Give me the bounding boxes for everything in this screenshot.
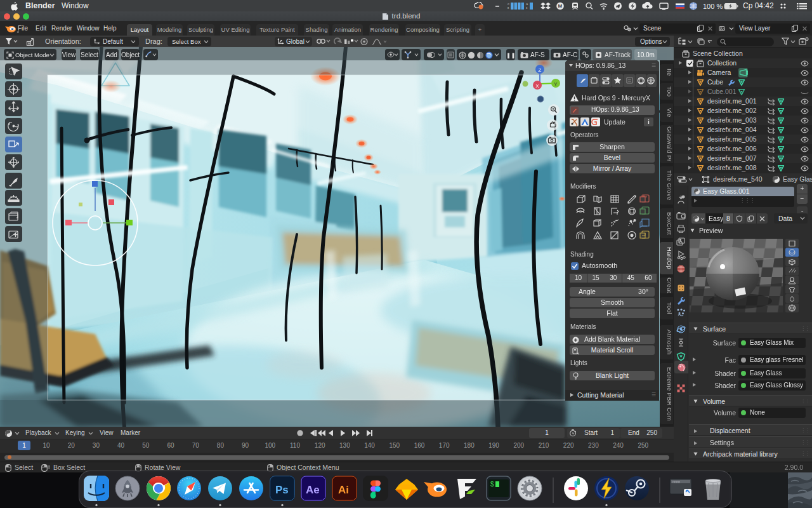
- svg-text:$: $: [490, 481, 494, 488]
- svg-text:100 %: 100 %: [703, 3, 723, 10]
- svg-text:M: M: [558, 3, 562, 9]
- svg-text:□□□□: □□□□: [672, 480, 680, 484]
- svg-text:Ps: Ps: [275, 484, 289, 496]
- svg-text:X: X: [535, 83, 539, 89]
- svg-text:C: C: [508, 3, 509, 6]
- svg-text:Y: Y: [554, 81, 558, 87]
- svg-text:Ae: Ae: [306, 484, 320, 496]
- svg-text:8: 8: [508, 6, 509, 10]
- svg-text:Ai: Ai: [338, 484, 349, 496]
- svg-text:Z: Z: [539, 67, 542, 73]
- svg-text:3: 3: [526, 6, 528, 10]
- svg-text:G: G: [526, 3, 528, 6]
